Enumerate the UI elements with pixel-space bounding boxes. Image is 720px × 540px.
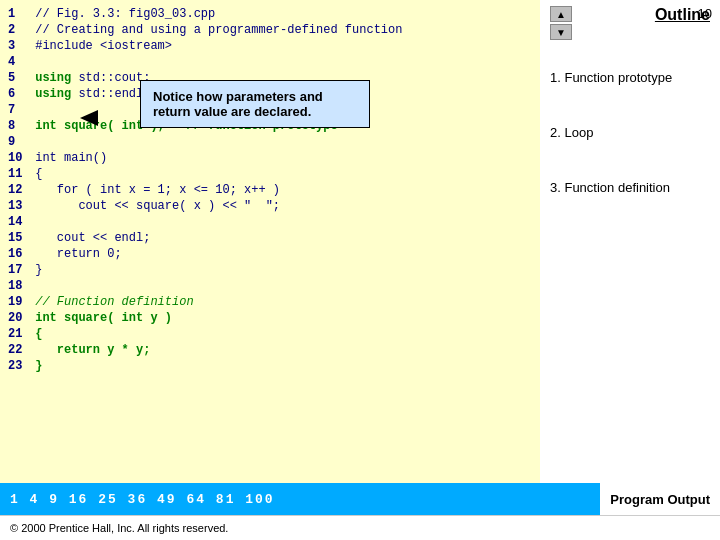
- line-num-13: 13: [8, 198, 28, 214]
- code-line-10: 10 int main(): [8, 150, 532, 166]
- code-text-5: using std::cout;: [28, 70, 150, 86]
- code-text-10: int main(): [28, 150, 107, 166]
- output-numbers: 1 4 9 16 25 36 49 64 81 100: [0, 492, 600, 507]
- right-panel: ▲ ▼ Outline 10 1. Function prototype 2. …: [540, 0, 720, 483]
- code-text-21: {: [28, 326, 42, 342]
- slide-number: 10: [698, 6, 712, 21]
- code-line-20: 20 int square( int y ): [8, 310, 532, 326]
- code-line-15: 15 cout << endl;: [8, 230, 532, 246]
- code-line-18: 18: [8, 278, 532, 294]
- footer: © 2000 Prentice Hall, Inc. All rights re…: [0, 515, 720, 540]
- code-line-11: 11 {: [8, 166, 532, 182]
- line-num-8: 8: [8, 118, 28, 134]
- line-num-23: 23: [8, 358, 28, 374]
- code-text-1: // Fig. 3.3: fig03_03.cpp: [28, 6, 215, 22]
- code-line-4: 4: [8, 54, 532, 70]
- line-num-18: 18: [8, 278, 28, 294]
- line-num-1: 1: [8, 6, 28, 22]
- code-text-13: cout << square( x ) << " ";: [28, 198, 280, 214]
- line-num-12: 12: [8, 182, 28, 198]
- footer-text: © 2000 Prentice Hall, Inc. All rights re…: [10, 522, 228, 534]
- code-text-11: {: [28, 166, 42, 182]
- code-line-14: 14: [8, 214, 532, 230]
- callout-arrow: [80, 110, 98, 126]
- line-num-19: 19: [8, 294, 28, 310]
- code-text-19: // Function definition: [28, 294, 194, 310]
- code-text-12: for ( int x = 1; x <= 10; x++ ): [28, 182, 280, 198]
- line-num-3: 3: [8, 38, 28, 54]
- line-num-7: 7: [8, 102, 28, 118]
- nav-down-button[interactable]: ▼: [550, 24, 572, 40]
- outline-items: 1. Function prototype 2. Loop 3. Functio…: [550, 70, 710, 195]
- output-bar: 1 4 9 16 25 36 49 64 81 100 Program Outp…: [0, 483, 720, 515]
- line-num-21: 21: [8, 326, 28, 342]
- code-line-17: 17 }: [8, 262, 532, 278]
- line-num-2: 2: [8, 22, 28, 38]
- code-text-23: }: [28, 358, 42, 374]
- outline-header: ▲ ▼ Outline 10: [550, 6, 710, 40]
- outline-item-2: 2. Loop: [550, 125, 710, 140]
- code-line-1: 1 // Fig. 3.3: fig03_03.cpp: [8, 6, 532, 22]
- code-line-21: 21 {: [8, 326, 532, 342]
- code-text-15: cout << endl;: [28, 230, 150, 246]
- line-num-14: 14: [8, 214, 28, 230]
- code-text-2: // Creating and using a programmer-defin…: [28, 22, 402, 38]
- line-num-15: 15: [8, 230, 28, 246]
- output-label: Program Output: [600, 483, 720, 515]
- code-line-13: 13 cout << square( x ) << " ";: [8, 198, 532, 214]
- line-num-20: 20: [8, 310, 28, 326]
- code-line-23: 23 }: [8, 358, 532, 374]
- callout-text: Notice how parameters and return value a…: [153, 89, 323, 119]
- line-num-22: 22: [8, 342, 28, 358]
- line-num-16: 16: [8, 246, 28, 262]
- code-line-12: 12 for ( int x = 1; x <= 10; x++ ): [8, 182, 532, 198]
- outline-item-3: 3. Function definition: [550, 180, 710, 195]
- code-text-16: return 0;: [28, 246, 122, 262]
- code-text-20: int square( int y ): [28, 310, 172, 326]
- code-line-9: 9: [8, 134, 532, 150]
- nav-up-button[interactable]: ▲: [550, 6, 572, 22]
- line-num-17: 17: [8, 262, 28, 278]
- code-text-17: }: [28, 262, 42, 278]
- line-num-6: 6: [8, 86, 28, 102]
- main-container: 1 // Fig. 3.3: fig03_03.cpp 2 // Creatin…: [0, 0, 720, 540]
- code-line-22: 22 return y * y;: [8, 342, 532, 358]
- line-num-10: 10: [8, 150, 28, 166]
- top-section: 1 // Fig. 3.3: fig03_03.cpp 2 // Creatin…: [0, 0, 720, 483]
- code-line-3: 3 #include <iostream>: [8, 38, 532, 54]
- outline-item-1: 1. Function prototype: [550, 70, 710, 85]
- code-text-6: using std::endl;: [28, 86, 150, 102]
- line-num-9: 9: [8, 134, 28, 150]
- code-text-22: return y * y;: [28, 342, 150, 358]
- code-line-16: 16 return 0;: [8, 246, 532, 262]
- nav-arrows: ▲ ▼: [550, 6, 572, 40]
- code-panel: 1 // Fig. 3.3: fig03_03.cpp 2 // Creatin…: [0, 0, 540, 483]
- code-line-19: 19 // Function definition: [8, 294, 532, 310]
- line-num-5: 5: [8, 70, 28, 86]
- line-num-11: 11: [8, 166, 28, 182]
- code-line-2: 2 // Creating and using a programmer-def…: [8, 22, 532, 38]
- creating-text: Creating: [57, 23, 115, 37]
- code-text-3: #include <iostream>: [28, 38, 172, 54]
- line-num-4: 4: [8, 54, 28, 70]
- callout-box: Notice how parameters and return value a…: [140, 80, 370, 128]
